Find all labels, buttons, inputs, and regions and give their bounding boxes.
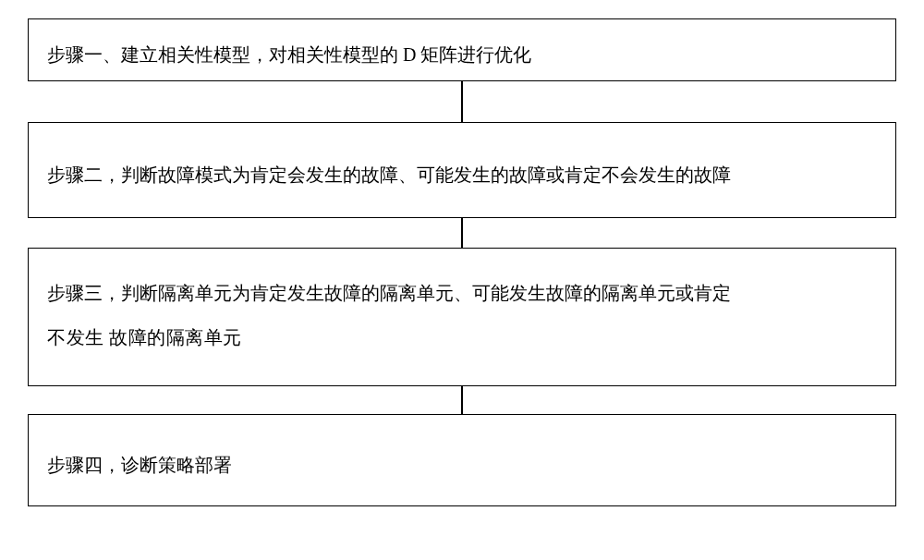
flowchart-container: 步骤一、建立相关性模型，对相关性模型的 D 矩阵进行优化 步骤二，判断故障模式为… [28,18,896,506]
step-box-4: 步骤四，诊断策略部署 [28,414,896,506]
connector-1 [461,81,463,122]
connector-2 [461,218,463,248]
step-4-text: 步骤四，诊断策略部署 [47,455,232,475]
step-3-line1: 步骤三，判断隔离单元为肯定发生故障的隔离单元、可能发生故障的隔离单元或肯定 [47,271,877,315]
step-1-text: 步骤一、建立相关性模型，对相关性模型的 D 矩阵进行优化 [47,44,531,65]
step-box-1: 步骤一、建立相关性模型，对相关性模型的 D 矩阵进行优化 [28,18,896,81]
connector-3 [461,386,463,414]
step-box-3: 步骤三，判断隔离单元为肯定发生故障的隔离单元、可能发生故障的隔离单元或肯定 不发… [28,248,896,386]
step-2-text: 步骤二，判断故障模式为肯定会发生的故障、可能发生的故障或肯定不会发生的故障 [47,164,731,185]
step-box-2: 步骤二，判断故障模式为肯定会发生的故障、可能发生的故障或肯定不会发生的故障 [28,122,896,218]
step-3-line2: 不发生 故障的隔离单元 [47,315,877,359]
